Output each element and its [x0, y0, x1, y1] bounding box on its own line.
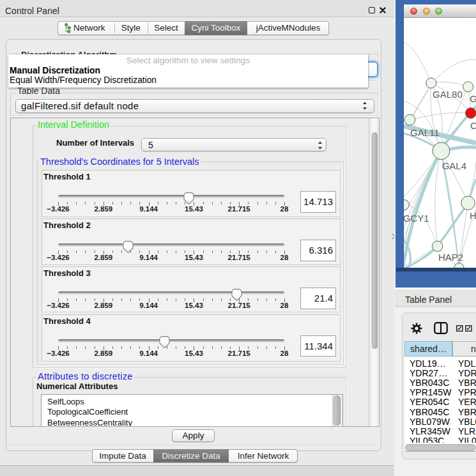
- svg-text:HI: HI: [470, 210, 476, 221]
- svg-text:GAL80: GAL80: [433, 89, 463, 100]
- svg-text:GAL4: GAL4: [442, 160, 466, 171]
- svg-text:GAL11: GAL11: [410, 127, 440, 138]
- svg-text:HAP2: HAP2: [438, 252, 463, 263]
- svg-text:GAL: GAL: [470, 93, 476, 104]
- svg-text:GCY1: GCY1: [404, 213, 429, 224]
- svg-text:CR: CR: [470, 120, 476, 131]
